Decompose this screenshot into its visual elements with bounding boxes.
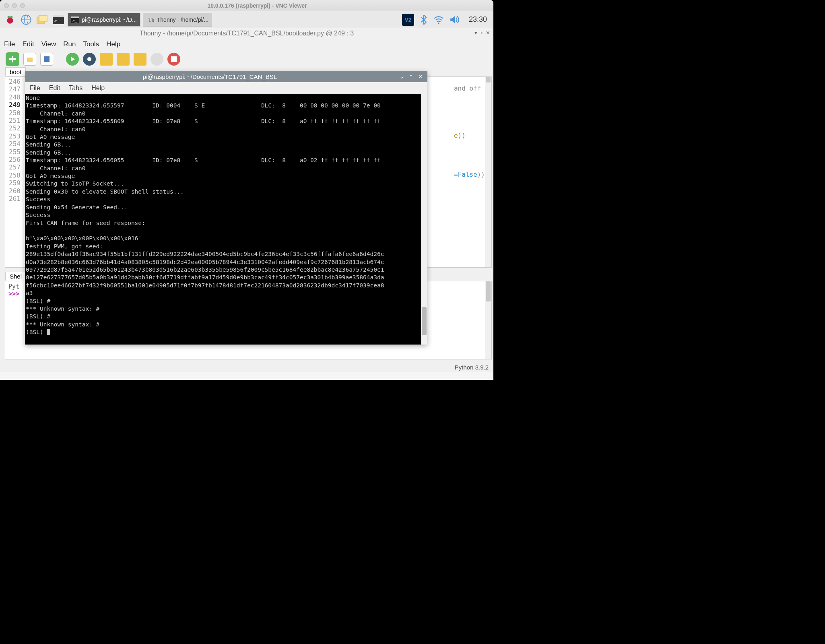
shell-tab[interactable]: Shel [5,272,26,281]
filemanager-icon[interactable] [35,13,49,27]
svg-text:>_: >_ [54,18,60,23]
menu-help[interactable]: Help [106,40,120,48]
step-over-button[interactable] [100,53,113,66]
save-button[interactable] [40,53,53,66]
resume-button[interactable] [151,53,163,66]
svg-point-0 [7,17,13,23]
svg-point-15 [438,23,439,24]
svg-point-1 [8,16,10,18]
taskbar-tray: V2 23:30 [402,14,490,26]
volume-icon[interactable] [450,15,460,24]
thonny-max-icon[interactable]: ▫ [481,30,483,36]
term-menu-edit[interactable]: Edit [49,85,60,92]
code-fragment: and off e)) =False)) [454,77,485,186]
svg-text:>_: >_ [72,19,77,23]
term-menu-file[interactable]: File [30,85,40,92]
thonny-icon: Th [146,16,155,24]
terminal-menubar: File Edit Tabs Help [25,82,427,94]
term-menu-help[interactable]: Help [91,85,105,92]
zoom-dot[interactable] [20,3,25,8]
thonny-menubar: File Edit View Run Tools Help [0,39,493,50]
terminal-min-icon[interactable]: ⌄ [400,74,404,80]
run-button[interactable] [66,53,79,66]
thonny-statusbar: Python 3.9.2 [453,362,490,372]
taskbar-app-thonny-label: Thonny - /home/pi/... [157,17,208,23]
step-into-button[interactable] [117,53,130,66]
vnc-titlebar: 10.0.0.176 (raspberrypi) - VNC Viewer [0,0,493,11]
editor-tab[interactable]: boot [5,67,26,76]
shell-prompt: >>> [8,290,19,297]
svg-rect-9 [53,15,64,17]
menu-view[interactable]: View [41,40,56,48]
terminal-body[interactable]: None Timestamp: 1644823324.655597 ID: 00… [25,94,421,345]
menu-run[interactable]: Run [63,40,76,48]
taskbar-app-terminal-label: pi@raspberrypi: ~/D... [82,17,137,23]
svg-rect-16 [27,58,33,62]
editor-scrollbar[interactable] [485,77,491,267]
step-out-button[interactable] [134,53,146,66]
shell-scrollbar[interactable] [485,281,491,359]
line-gutter: 2462472482492502512522532542552562572582… [5,77,22,267]
browser-icon[interactable] [19,13,33,27]
thonny-min-icon[interactable]: ▾ [474,30,477,36]
taskbar-app-thonny[interactable]: Th Thonny - /home/pi/... [143,13,212,27]
open-button[interactable] [23,53,36,66]
terminal-close-icon[interactable]: ✕ [418,74,423,80]
svg-point-18 [87,57,91,61]
thonny-close-icon[interactable]: ✕ [486,30,490,36]
taskbar-clock[interactable]: 23:30 [466,15,490,24]
raspberry-menu-icon[interactable] [3,13,17,27]
svg-rect-19 [171,56,177,62]
term-menu-tabs[interactable]: Tabs [69,85,82,92]
menu-file[interactable]: File [4,40,15,48]
window-traffic-lights[interactable] [4,3,25,8]
terminal-launcher-icon[interactable]: >_ [52,13,65,27]
close-dot[interactable] [4,3,9,8]
menu-tools[interactable]: Tools [83,40,99,48]
terminal-titlebar[interactable]: pi@raspberrypi: ~/Documents/TC1791_CAN_B… [25,71,427,82]
svg-text:Th: Th [148,17,154,23]
terminal-max-icon[interactable]: ⌃ [409,74,413,80]
terminal-window: pi@raspberrypi: ~/Documents/TC1791_CAN_B… [25,71,427,345]
svg-point-2 [10,16,13,18]
bluetooth-icon[interactable] [420,15,428,25]
svg-rect-17 [44,56,50,62]
wifi-icon[interactable] [433,16,444,24]
minimize-dot[interactable] [12,3,17,8]
svg-rect-7 [39,15,47,22]
pi-taskbar: >_ >_ pi@raspberrypi: ~/D... Th Thonny -… [0,11,493,28]
terminal-icon: >_ [71,16,79,24]
vnc-tray-icon[interactable]: V2 [402,14,414,26]
terminal-scrollbar[interactable] [421,94,427,345]
thonny-toolbar [0,50,493,68]
stop-button[interactable] [167,53,180,66]
taskbar-app-terminal[interactable]: >_ pi@raspberrypi: ~/D... [68,13,140,27]
debug-button[interactable] [83,53,96,66]
thonny-title: Thonny - /home/pi/Documents/TC1791_CAN_B… [0,28,493,39]
menu-edit[interactable]: Edit [22,40,34,48]
new-file-button[interactable] [6,52,19,66]
svg-rect-12 [71,17,79,18]
vnc-window-title: 10.0.0.176 (raspberrypi) - VNC Viewer [25,2,489,9]
terminal-scroll-thumb[interactable] [422,307,427,335]
vnc-viewer-window: 10.0.0.176 (raspberrypi) - VNC Viewer >_… [0,0,493,380]
terminal-title: pi@raspberrypi: ~/Documents/TC1791_CAN_B… [25,73,395,80]
